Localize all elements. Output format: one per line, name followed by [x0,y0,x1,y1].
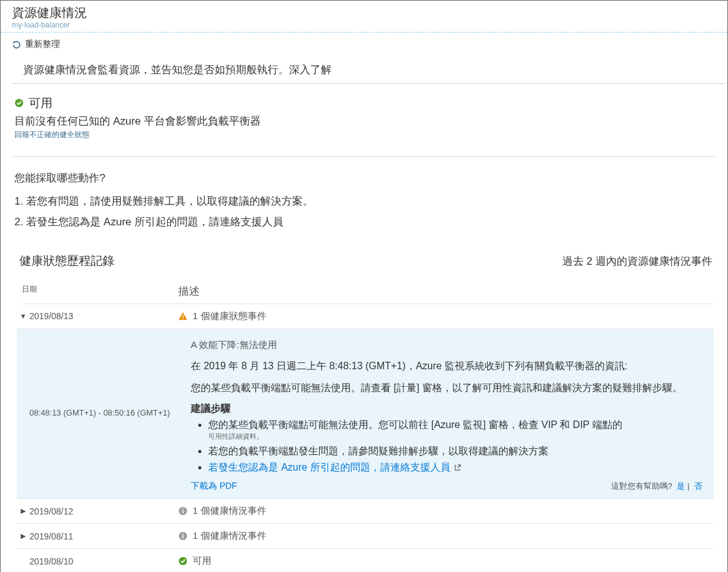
report-incorrect-link[interactable]: 回報不正確的健全狀態 [14,130,714,140]
refresh-button[interactable]: 重新整理 [12,39,60,50]
step-item: 若您的負載平衡端點發生問題，請參閱疑難排解步驟，以取得建議的解決方案 [208,444,702,458]
download-pdf-link[interactable]: 下載為 PDF [191,481,237,492]
row-date: 2019/08/13 [29,311,178,321]
chevron-right-icon[interactable]: ▶ [17,507,29,515]
col-date-header: 日期 [22,284,178,299]
step-item: 若發生您認為是 Azure 所引起的問題，請連絡支援人員 [208,461,702,474]
refresh-icon [12,40,21,49]
chevron-right-icon[interactable]: ▶ [17,532,29,540]
action-item: 1. 若您有問題，請使用疑難排解工具，以取得建議的解決方案。 [14,194,714,208]
svg-point-0 [15,99,23,107]
svg-rect-2 [183,318,184,319]
event-paragraph: 在 2019 年 8 月 13 日週二上午 8:48:13 (GMT+1)，Az… [191,359,702,373]
table-row[interactable]: ▶ 2019/08/12 1 個健康情況事件 [17,499,714,524]
warning-icon [178,312,188,321]
refresh-label: 重新整理 [25,39,60,50]
history-range: 過去 2 週內的資源健康情況事件 [562,254,712,268]
history-table: 日期 描述 ▼ 2019/08/13 1 個健康狀態事件 08:48:13 (G… [1,280,727,573]
row-date: 2019/08/11 [29,531,178,541]
svg-point-7 [182,534,183,535]
check-icon [178,556,188,566]
chevron-down-icon[interactable]: ▼ [17,312,29,320]
actions-block: 您能採取哪些動作? 1. 若您有問題，請使用疑難排解工具，以取得建議的解決方案。… [1,157,727,229]
toolbar: 重新整理 [1,33,727,58]
svg-point-9 [179,557,187,565]
event-time-range: 08:48:13 (GMT+1) - 08:50:16 (GMT+1) [29,339,178,493]
svg-rect-1 [183,314,184,317]
resource-name: my-load-balancer [12,21,716,29]
svg-rect-5 [183,511,184,514]
row-date: 2019/08/10 [29,556,178,566]
event-detail-panel: 08:48:13 (GMT+1) - 08:50:16 (GMT+1) A 效能… [17,329,714,499]
svg-rect-8 [183,536,184,539]
history-header: 健康狀態歷程記錄 過去 2 週內的資源健康情況事件 [1,235,727,280]
info-icon [178,531,188,541]
event-paragraph: 您的某些負載平衡端點可能無法使用。請查看 [計量] 窗格，以了解可用性資訊和建議… [191,380,702,395]
row-desc-text: 可用 [193,555,211,567]
status-block: 可用 目前沒有任何已知的 Azure 平台會影響此負載平衡器 回報不正確的健全狀… [1,84,727,144]
history-title: 健康狀態歷程記錄 [19,253,114,269]
info-icon [178,506,188,516]
actions-title: 您能採取哪些動作? [14,171,714,185]
event-heading: A 效能下降:無法使用 [191,339,702,351]
status-label: 可用 [29,95,53,111]
helpful-prompt: 這對您有幫助嗎? 是 | 否 [611,481,702,492]
status-subtext: 目前沒有任何已知的 Azure 平台會影響此負載平衡器 [14,114,714,128]
page-header: 資源健康情況 my-load-balancer [1,1,727,33]
helpful-no[interactable]: 否 [694,481,702,491]
row-date: 2019/08/12 [29,506,178,516]
action-item: 2. 若發生您認為是 Azure 所引起的問題，請連絡支援人員 [14,215,714,229]
row-desc-text: 1 個健康狀態事件 [193,310,266,322]
step-item: 您的某些負載平衡端點可能無法使用。您可以前往 [Azure 監視] 窗格，檢查 … [208,418,702,442]
table-row[interactable]: ▶ 2019/08/11 1 個健康情況事件 [17,524,714,549]
check-icon [14,98,24,108]
svg-point-4 [182,509,183,510]
row-desc-text: 1 個健康情況事件 [193,530,266,542]
col-desc-header: 描述 [178,284,714,299]
row-desc-text: 1 個健康情況事件 [193,505,266,517]
page-title: 資源健康情況 [12,4,716,21]
helpful-yes[interactable]: 是 [677,481,685,491]
steps-list: 您的某些負載平衡端點可能無法使用。您可以前往 [Azure 監視] 窗格，檢查 … [191,418,702,475]
table-row[interactable]: 2019/08/10 可用 [17,549,714,572]
steps-title: 建議步驟 [191,402,702,416]
table-header-row: 日期 描述 [22,280,714,304]
description-text: 資源健康情況會監看資源，並告知您是否如預期般執行。深入了解 [12,58,725,84]
external-link-icon [454,464,461,471]
contact-support-link[interactable]: 若發生您認為是 Azure 所引起的問題，請連絡支援人員 [208,462,450,472]
table-row[interactable]: ▼ 2019/08/13 1 個健康狀態事件 [17,304,714,329]
